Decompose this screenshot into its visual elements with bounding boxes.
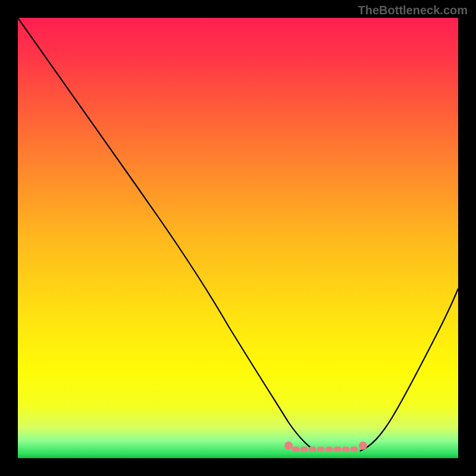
chart-plot-area (18, 18, 458, 458)
bottleneck-curve-left (18, 18, 315, 451)
optimal-end-dot (359, 441, 367, 450)
optimal-start-dot (284, 441, 293, 450)
curve-svg (18, 18, 458, 458)
bottleneck-curve-right (360, 289, 458, 451)
watermark-text: TheBottleneck.com (358, 4, 468, 17)
